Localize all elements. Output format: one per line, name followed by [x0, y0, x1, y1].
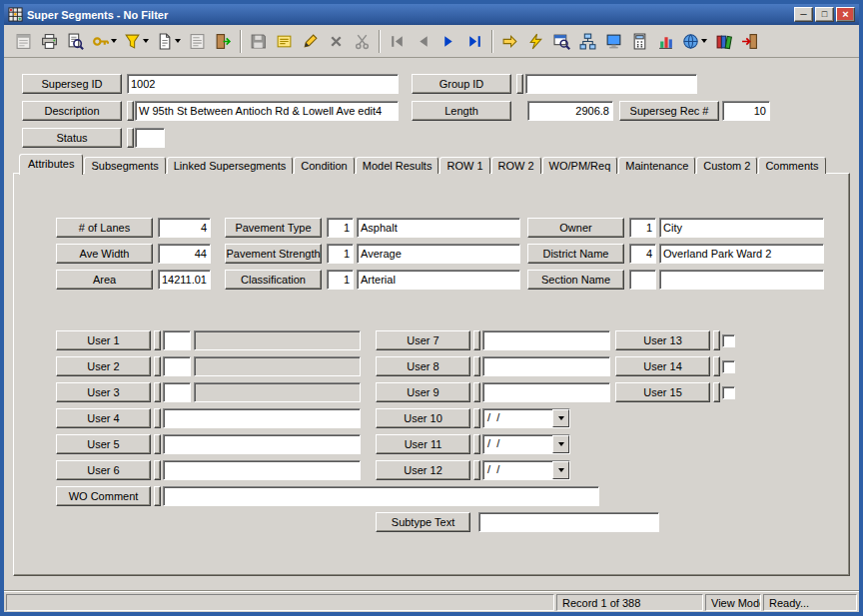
go-to-button[interactable] — [497, 29, 522, 54]
import-export-button[interactable] — [211, 29, 236, 54]
user13-label-button[interactable]: User 13 — [615, 330, 710, 350]
description-field[interactable]: W 95th St Between Antioch Rd & Lowell Av… — [135, 101, 399, 121]
section-name-label-button[interactable]: Section Name — [527, 270, 624, 290]
refresh-button[interactable] — [523, 29, 548, 54]
user6-label-button[interactable]: User 6 — [56, 460, 151, 480]
report-button[interactable] — [653, 29, 678, 54]
district-name-code-field[interactable]: 4 — [629, 244, 656, 264]
user13-checkbox[interactable] — [722, 334, 735, 347]
module-view-button[interactable] — [601, 29, 626, 54]
chevron-down-icon[interactable] — [143, 39, 149, 43]
user2-code-field[interactable] — [163, 356, 191, 376]
web-button[interactable] — [679, 29, 710, 54]
tab-attributes[interactable]: Attributes — [19, 154, 83, 175]
area-label-button[interactable]: Area — [56, 270, 153, 290]
field-indicator[interactable] — [473, 356, 480, 376]
next-record-button[interactable] — [436, 29, 461, 54]
ave-width-field[interactable]: 44 — [158, 244, 211, 264]
lanes-field[interactable]: 4 — [158, 218, 211, 238]
pavement-type-label-button[interactable]: Pavement Type — [225, 218, 322, 238]
user5-label-button[interactable]: User 5 — [56, 434, 151, 454]
field-indicator[interactable] — [127, 128, 134, 148]
superseg-rec-field[interactable]: 10 — [722, 101, 770, 121]
section-name-field[interactable] — [659, 270, 824, 290]
user4-label-button[interactable]: User 4 — [56, 408, 151, 428]
user12-date-field[interactable]: / / — [482, 460, 570, 480]
classification-label-button[interactable]: Classification — [225, 270, 322, 290]
new-document-button[interactable] — [153, 29, 184, 54]
user10-label-button[interactable]: User 10 — [376, 408, 470, 428]
superseg-id-label-button[interactable]: Superseg ID — [22, 74, 122, 94]
user12-label-button[interactable]: User 12 — [376, 460, 470, 480]
user14-label-button[interactable]: User 14 — [615, 356, 710, 376]
pavement-strength-label-button[interactable]: Pavement Strength — [225, 244, 322, 264]
user15-checkbox[interactable] — [722, 386, 735, 399]
maximize-button[interactable]: □ — [815, 7, 834, 22]
user14-checkbox[interactable] — [722, 360, 735, 373]
tab-linked-supersegments[interactable]: Linked Supersegments — [167, 157, 294, 174]
owner-field[interactable]: City — [659, 218, 824, 238]
description-label-button[interactable]: Description — [22, 101, 122, 121]
field-indicator[interactable] — [473, 330, 480, 350]
field-indicator[interactable] — [127, 101, 134, 121]
subtype-text-label-button[interactable]: Subtype Text — [376, 512, 470, 532]
area-field[interactable]: 14211.01 — [158, 270, 211, 290]
user6-text-field[interactable] — [163, 460, 361, 480]
exit-button[interactable] — [737, 29, 762, 54]
subtype-text-field[interactable] — [478, 512, 659, 532]
help-button[interactable] — [711, 29, 736, 54]
status-label-button[interactable]: Status — [22, 128, 122, 148]
combo-dropdown-button[interactable] — [552, 409, 569, 427]
field-indicator[interactable] — [154, 330, 161, 350]
length-label-button[interactable]: Length — [412, 101, 511, 121]
user3-label-button[interactable]: User 3 — [56, 382, 151, 402]
district-name-label-button[interactable]: District Name — [527, 244, 624, 264]
field-indicator[interactable] — [473, 460, 480, 480]
wo-comment-label-button[interactable]: WO Comment — [56, 486, 151, 506]
user9-label-button[interactable]: User 9 — [376, 382, 470, 402]
length-field[interactable]: 2906.8 — [527, 101, 613, 121]
user10-date-field[interactable]: / / — [482, 408, 570, 428]
tab-condition[interactable]: Condition — [294, 157, 354, 174]
user8-text-field[interactable] — [482, 356, 610, 376]
pavement-type-field[interactable]: Asphalt — [357, 218, 520, 238]
district-name-field[interactable]: Overland Park Ward 2 — [659, 244, 824, 264]
user9-text-field[interactable] — [482, 382, 610, 402]
relationships-button[interactable] — [575, 29, 600, 54]
status-field[interactable] — [135, 128, 165, 148]
user11-label-button[interactable]: User 11 — [376, 434, 470, 454]
print-button[interactable] — [37, 29, 62, 54]
minimize-button[interactable]: ─ — [794, 7, 813, 22]
section-name-code-field[interactable] — [629, 270, 656, 290]
pavement-strength-code-field[interactable]: 1 — [327, 244, 354, 264]
primary-key-button[interactable] — [89, 29, 120, 54]
wo-comment-field[interactable] — [163, 486, 599, 506]
user8-label-button[interactable]: User 8 — [376, 356, 470, 376]
tab-row-1[interactable]: ROW 1 — [439, 157, 489, 174]
tab-model-results[interactable]: Model Results — [356, 157, 439, 174]
field-indicator[interactable] — [713, 356, 720, 376]
field-indicator[interactable] — [473, 382, 480, 402]
field-indicator[interactable] — [154, 434, 161, 454]
owner-code-field[interactable]: 1 — [629, 218, 656, 238]
field-indicator[interactable] — [473, 434, 480, 454]
tab-subsegments[interactable]: Subsegments — [84, 157, 165, 174]
attachments-button[interactable] — [272, 29, 297, 54]
combo-dropdown-button[interactable] — [552, 461, 569, 479]
group-id-field[interactable] — [525, 74, 697, 94]
user1-code-field[interactable] — [163, 330, 191, 350]
classification-code-field[interactable]: 1 — [327, 270, 354, 290]
field-indicator[interactable] — [154, 382, 161, 402]
edit-button[interactable] — [298, 29, 323, 54]
classification-field[interactable]: Arterial — [357, 270, 520, 290]
field-indicator[interactable] — [154, 408, 161, 428]
last-record-button[interactable] — [462, 29, 487, 54]
filter-button[interactable] — [121, 29, 152, 54]
user2-label-button[interactable]: User 2 — [56, 356, 151, 376]
calculator-button[interactable] — [627, 29, 652, 54]
user11-date-field[interactable]: / / — [482, 434, 570, 454]
close-button[interactable]: × — [836, 7, 855, 22]
tab-row-2[interactable]: ROW 2 — [491, 157, 541, 174]
group-id-label-button[interactable]: Group ID — [412, 74, 511, 94]
pavement-strength-field[interactable]: Average — [357, 244, 520, 264]
